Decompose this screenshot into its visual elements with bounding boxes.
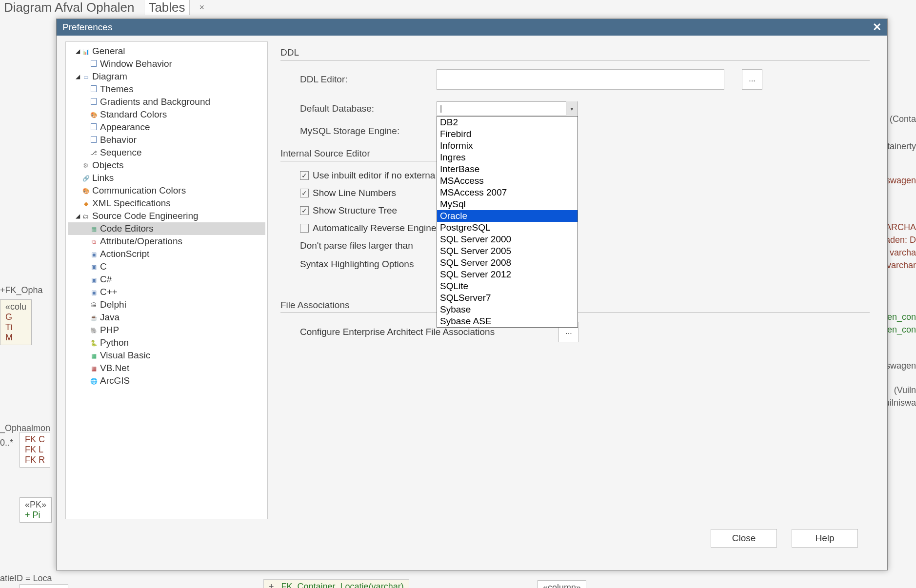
- db-option-msaccess-2007[interactable]: MSAccess 2007: [437, 187, 577, 198]
- bg-fk-0: FK C: [25, 434, 45, 445]
- ddl-editor-input[interactable]: [437, 69, 724, 90]
- bg-range: 0..*: [0, 438, 13, 448]
- bg-col2: «column»: [538, 580, 586, 588]
- bg-r11: (Vuiln: [894, 385, 916, 395]
- background-tabs: Diagram Afval Ophalen Tables ×: [0, 0, 916, 15]
- bg-fk-rows: FK C FK L FK R: [20, 432, 50, 468]
- tab-diagram[interactable]: Diagram Afval Ophalen: [0, 0, 138, 15]
- checkbox-use-inbuilt[interactable]: ✓: [300, 171, 309, 180]
- bg-plus-p: + Pi: [25, 510, 46, 520]
- tree-vbnet[interactable]: VB.Net: [68, 362, 265, 374]
- bg-letter-m: M: [5, 333, 26, 343]
- dialog-footer: Close Help: [57, 519, 887, 548]
- tree-diagram[interactable]: ◢Diagram: [68, 70, 265, 83]
- label-auto-reverse: Automatically Reverse Engine: [313, 223, 436, 234]
- tree-behavior[interactable]: Behavior: [68, 134, 265, 146]
- bg-letter-ti: Ti: [5, 322, 26, 333]
- chevron-down-icon[interactable]: ▼: [566, 101, 577, 116]
- section-ddl: DDL: [280, 47, 870, 58]
- row-default-db: Default Database: | ▼ DB2FirebirdInformi…: [280, 101, 870, 116]
- default-db-value: |: [437, 104, 566, 114]
- bg-fk-1: FK L: [25, 445, 45, 455]
- db-option-sqlserver7[interactable]: SQLServer7: [437, 292, 577, 304]
- row-ddl-editor: DDL Editor: ...: [280, 69, 870, 90]
- tree-src-eng[interactable]: ◢Source Code Engineering: [68, 210, 265, 222]
- tree-java[interactable]: Java: [68, 311, 265, 324]
- checkbox-line-numbers[interactable]: ✓: [300, 189, 309, 197]
- label-line-numbers: Show Line Numbers: [313, 188, 396, 198]
- label-use-inbuilt: Use inbuilt editor if no externa: [313, 170, 435, 181]
- db-option-ingres[interactable]: Ingres: [437, 152, 577, 163]
- bg-col: «colu: [5, 302, 26, 312]
- bg-r1: (Conta: [890, 114, 916, 124]
- bg-col-stack: «colu G Ti M: [0, 299, 32, 345]
- tree-appearance[interactable]: Appearance: [68, 121, 265, 134]
- db-option-informix[interactable]: Informix: [437, 140, 577, 152]
- tree-window-behavior[interactable]: Window Behavior: [68, 58, 265, 70]
- bg-locatie: atieID = Loca: [0, 573, 52, 584]
- db-option-sql-server-2005[interactable]: SQL Server 2005: [437, 245, 577, 257]
- section-ddl-hr: [280, 60, 870, 60]
- tab-close-icon[interactable]: ×: [196, 2, 209, 13]
- tree-vb[interactable]: Visual Basic: [68, 349, 265, 362]
- tree-std-colors[interactable]: Standard Colors: [68, 108, 265, 121]
- ddl-editor-browse-button[interactable]: ...: [742, 69, 762, 90]
- dialog-titlebar: Preferences ✕: [57, 19, 887, 36]
- tree-actionscript[interactable]: ActionScript: [68, 248, 265, 260]
- close-icon[interactable]: ✕: [873, 21, 881, 34]
- preferences-main: DDL DDL Editor: ... Default Database: | …: [268, 36, 887, 519]
- tree-themes[interactable]: Themes: [68, 83, 265, 96]
- bg-letter-g: G: [5, 312, 26, 322]
- tree-c[interactable]: C: [68, 260, 265, 273]
- tree-links[interactable]: Links: [68, 172, 265, 184]
- bg-fk-2: FK R: [25, 455, 45, 465]
- tree-code-editors[interactable]: Code Editors: [68, 222, 265, 235]
- db-option-sybase[interactable]: Sybase: [437, 304, 577, 315]
- db-option-sql-server-2008[interactable]: SQL Server 2008: [437, 257, 577, 269]
- bg-fk-label: +FK_Opha: [0, 285, 43, 295]
- tree-general[interactable]: ◢General: [68, 45, 265, 58]
- db-option-mysql[interactable]: MySql: [437, 198, 577, 210]
- tree-csharp[interactable]: C#: [68, 273, 265, 286]
- close-button[interactable]: Close: [711, 529, 777, 548]
- tree-php[interactable]: PHP: [68, 324, 265, 336]
- db-option-firebird[interactable]: Firebird: [437, 128, 577, 140]
- tree-cpp[interactable]: C++: [68, 286, 265, 298]
- default-db-list[interactable]: DB2FirebirdInformixIngresInterBaseMSAcce…: [437, 116, 578, 328]
- label-file-assoc: Configure Enterprise Architect File Asso…: [300, 327, 554, 337]
- tree-objects[interactable]: Objects: [68, 159, 265, 172]
- tree-sequence[interactable]: Sequence: [68, 146, 265, 159]
- tree-xml[interactable]: XML Specifications: [68, 197, 265, 210]
- db-option-db2[interactable]: DB2: [437, 117, 577, 128]
- label-ddl-editor: DDL Editor:: [300, 74, 437, 85]
- tree-python[interactable]: Python: [68, 336, 265, 349]
- tree-delphi[interactable]: Delphi: [68, 298, 265, 311]
- label-structure-tree: Show Structure Tree: [313, 205, 397, 216]
- db-option-interbase[interactable]: InterBase: [437, 163, 577, 175]
- tree-comm-colors[interactable]: Communication Colors: [68, 184, 265, 197]
- tree-attr-ops[interactable]: Attribute/Operations: [68, 235, 265, 248]
- tree-gradients[interactable]: Gradients and Background: [68, 96, 265, 108]
- dialog-title: Preferences: [62, 22, 112, 33]
- help-button[interactable]: Help: [792, 529, 858, 548]
- label-mysql-engine: MySQL Storage Engine:: [300, 126, 456, 137]
- db-option-sybase-ase[interactable]: Sybase ASE: [437, 315, 577, 327]
- tree-arcgis[interactable]: ArcGIS: [68, 374, 265, 387]
- bg-fk-container: + FK_Container_Locatie(varchar): [263, 579, 409, 588]
- checkbox-auto-reverse[interactable]: [300, 224, 309, 233]
- tab-tables-label: Tables: [148, 0, 185, 15]
- bg-pk: «PK»: [25, 500, 46, 510]
- default-db-dropdown[interactable]: | ▼ DB2FirebirdInformixIngresInterBaseMS…: [437, 101, 578, 116]
- preferences-tree[interactable]: ◢General Window Behavior ◢Diagram Themes…: [65, 41, 268, 519]
- db-option-msaccess[interactable]: MSAccess: [437, 175, 577, 187]
- db-option-sqlite[interactable]: SQLite: [437, 280, 577, 292]
- db-option-postgresql[interactable]: PostgreSQL: [437, 222, 577, 234]
- db-option-sql-server-2012[interactable]: SQL Server 2012: [437, 269, 577, 280]
- section-internal-hr: [280, 161, 451, 161]
- checkbox-structure-tree[interactable]: ✓: [300, 206, 309, 215]
- bg-column-label: «column»: [20, 584, 68, 588]
- preferences-dialog: Preferences ✕ ◢General Window Behavior ◢…: [56, 19, 888, 570]
- db-option-oracle[interactable]: Oracle: [437, 210, 577, 222]
- db-option-sql-server-2000[interactable]: SQL Server 2000: [437, 234, 577, 245]
- tab-tables[interactable]: Tables: [144, 0, 189, 15]
